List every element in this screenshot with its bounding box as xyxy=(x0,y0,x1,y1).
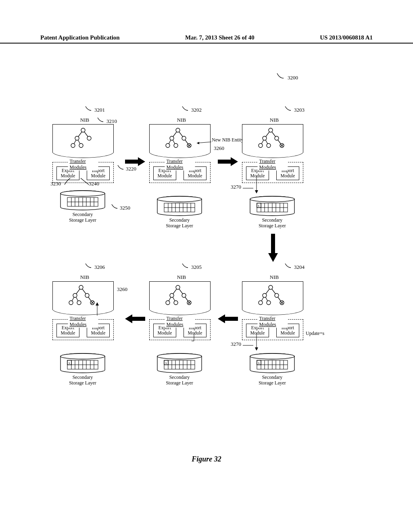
svg-point-10 xyxy=(60,191,105,196)
svg-point-142 xyxy=(263,293,267,297)
header-left: Patent Application Publication xyxy=(40,34,120,41)
svg-point-145 xyxy=(267,301,271,305)
arrow-left-icon xyxy=(218,314,234,322)
svg-marker-91 xyxy=(96,302,99,305)
svg-point-153 xyxy=(250,353,294,359)
svg-point-84 xyxy=(85,293,89,297)
page-header: Patent Application Publication Mar. 7, 2… xyxy=(0,34,413,44)
svg-point-114 xyxy=(174,301,178,305)
stage-3203: 3203 NIB xyxy=(242,117,307,229)
arrow-left-icon xyxy=(125,314,141,322)
header-center: Mar. 7, 2013 Sheet 26 of 40 xyxy=(185,34,254,41)
storage-cell-x: x xyxy=(258,204,260,208)
stage-3205: 3205 NIB xyxy=(149,274,214,386)
arrow-down-icon xyxy=(268,234,276,258)
svg-point-26 xyxy=(176,128,180,132)
svg-point-55 xyxy=(275,136,279,140)
svg-point-27 xyxy=(170,136,174,140)
storage-cell-s: s xyxy=(69,361,70,365)
svg-marker-150 xyxy=(255,347,258,351)
svg-marker-20 xyxy=(125,157,145,166)
update-label: Update=s xyxy=(306,330,324,337)
svg-point-6 xyxy=(87,136,91,140)
svg-point-144 xyxy=(259,301,263,305)
figure-caption: Figure 32 xyxy=(0,455,413,463)
svg-point-112 xyxy=(182,293,186,297)
storage-label: SecondaryStorage Layer xyxy=(52,212,113,223)
nib-box xyxy=(52,124,114,153)
stage-3204: 3204 NIB xyxy=(242,274,307,386)
svg-point-5 xyxy=(75,136,79,140)
svg-point-37 xyxy=(157,196,202,202)
header-right: US 2013/0060818 A1 xyxy=(320,34,373,41)
svg-point-113 xyxy=(166,301,170,305)
stage-3202: 3202 NIB xyxy=(149,117,214,229)
svg-point-83 xyxy=(73,293,77,297)
svg-point-65 xyxy=(250,196,294,202)
svg-point-143 xyxy=(275,293,279,297)
svg-point-8 xyxy=(79,143,83,148)
svg-point-56 xyxy=(259,143,263,148)
svg-point-4 xyxy=(81,128,85,132)
svg-point-111 xyxy=(170,293,174,297)
arrow-right-icon xyxy=(218,157,234,165)
svg-point-57 xyxy=(267,143,271,148)
svg-marker-104 xyxy=(125,314,145,323)
tree-icon xyxy=(162,283,198,305)
svg-point-28 xyxy=(182,136,186,140)
tree-icon xyxy=(162,126,198,148)
svg-marker-47 xyxy=(218,157,238,166)
svg-point-7 xyxy=(71,143,75,148)
svg-marker-35 xyxy=(197,142,199,144)
svg-point-53 xyxy=(269,128,273,132)
svg-point-123 xyxy=(157,353,202,359)
svg-marker-76 xyxy=(268,234,278,262)
svg-point-54 xyxy=(263,136,267,140)
svg-text:s: s xyxy=(258,361,260,365)
tree-icon xyxy=(254,283,291,305)
svg-point-29 xyxy=(166,143,170,148)
svg-point-30 xyxy=(174,143,178,148)
stage-3201: 3201 NIB 3210 xyxy=(52,117,117,223)
svg-point-82 xyxy=(79,285,83,289)
tree-icon xyxy=(67,126,99,148)
svg-point-85 xyxy=(69,301,73,305)
svg-marker-135 xyxy=(218,314,238,323)
transfer-title: Transfer Modules xyxy=(68,158,98,170)
ref-3200: 3200 xyxy=(276,73,292,82)
svg-marker-62 xyxy=(255,190,258,193)
svg-point-141 xyxy=(269,285,273,289)
svg-point-93 xyxy=(60,353,105,359)
arrow-right-icon xyxy=(125,157,141,165)
svg-text:s: s xyxy=(165,361,167,365)
storage: SecondaryStorage Layer xyxy=(52,190,113,223)
stage-3206: 3206 NIB xyxy=(52,274,117,386)
tree-icon xyxy=(254,126,291,148)
svg-point-110 xyxy=(176,285,180,289)
svg-point-86 xyxy=(77,301,81,305)
